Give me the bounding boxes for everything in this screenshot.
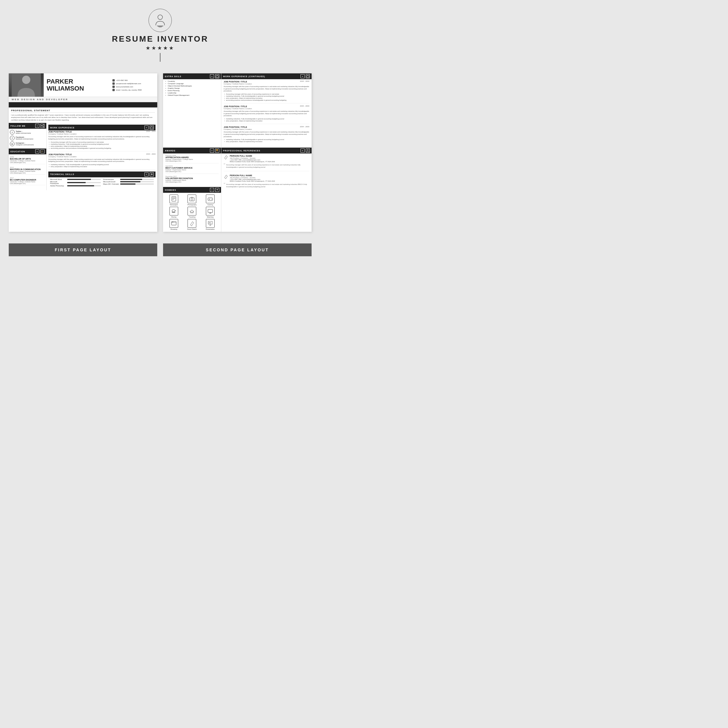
hobby-newspaper: Newspaper <box>165 194 182 206</box>
hobby-boxing: Boxing <box>165 207 182 218</box>
extra-skill-global: Global Project Management <box>165 94 219 96</box>
ref1-quote: Accounting manager with five years of ac… <box>226 164 309 168</box>
work-exp-cont-header: WORK EXPERIENCE (CONTINUED) ≡ <box>221 73 312 79</box>
svg-line-41 <box>190 225 191 225</box>
svg-point-20 <box>191 199 193 200</box>
ref1-address: 89913 Gottlieb Forks Suite 588 Schadenpo… <box>230 161 275 162</box>
work-exp-cont-content: JOB POSITION / TITLE Company / Institute… <box>221 79 312 147</box>
extra-skill-event: Event Planning <box>165 90 219 92</box>
ref1-name: PERSON FULL NAME <box>230 154 275 157</box>
person-name-line2: WILIAMSON <box>47 85 108 92</box>
bottom-labels: FIRST PAGE LAYOUT SECOND PAGE LAYOUT <box>0 238 320 262</box>
education-header: EDUCATION ≡ 🎓 <box>9 148 46 154</box>
references-panel: PROFESSIONAL REFERENCES ≡ <box>221 148 312 232</box>
awards-header: AWARDS ≡ 🏆 <box>163 148 221 153</box>
menu-icon-9: ≡ <box>301 148 304 153</box>
page1-sidebar: FOLLOW ME ≡ t Twitter : twitter.com/user… <box>9 123 47 190</box>
second-page-label: SECOND PAGE LAYOUT <box>163 243 312 256</box>
name-area: PARKER WILIAMSON <box>44 73 111 97</box>
briefcase-icon-2 <box>306 74 310 78</box>
follow-me-content: t Twitter : twitter.com/username f Faceb… <box>9 129 46 148</box>
svg-point-39 <box>173 222 173 222</box>
email-icon <box>112 83 115 85</box>
tech-skills-icons: ≡ ⚙ <box>144 172 154 176</box>
skill-powerpoint: Microsoft Powerpoint <box>50 181 101 184</box>
skill-dreamweaver: Dreamweaver <box>103 179 154 180</box>
menu-icon-7: ≡ <box>210 148 214 153</box>
ref2-address: 89913 Gottlieb Forks Suite 588 Schadenpo… <box>230 180 275 182</box>
extra-skill-leadership: Leadership <box>165 92 219 94</box>
hobbies-content: Newspaper Photography Gami <box>163 193 221 232</box>
hobby-traveling: Traveling <box>184 207 200 218</box>
references-icons: ≡ <box>301 148 310 153</box>
menu-icon: ≡ <box>35 124 39 128</box>
resume-page-1: PARKER WILIAMSON +123 4567 893 yourperso… <box>9 73 157 232</box>
svg-rect-27 <box>172 210 175 212</box>
person-icon <box>306 148 310 153</box>
svg-point-48 <box>307 149 308 151</box>
svg-point-6 <box>22 76 30 84</box>
tech-skills-content: Microsoft Word Microsoft Powerpoint Adob… <box>48 177 156 188</box>
skill-word: Microsoft Word <box>50 179 101 180</box>
hobby-watching: Watching <box>202 207 219 218</box>
tech-skills-header: TECHNICAL SKILLS ≡ ⚙ <box>48 171 156 177</box>
ref2-quote: Accounting manager with five years of ac… <box>226 183 309 188</box>
main-content: PARKER WILIAMSON +123 4567 893 yourperso… <box>0 67 320 238</box>
ref1-pencil-icon <box>224 154 228 159</box>
cont-job-2: JOB POSITION / TITLE Company / Institute… <box>224 105 309 124</box>
svg-line-11 <box>42 126 43 127</box>
svg-rect-21 <box>208 198 213 200</box>
award-1: February 2008 APPRECIATION AWARD Institu… <box>165 154 219 164</box>
hobby-gaming: Gaming <box>202 194 219 206</box>
svg-rect-19 <box>190 198 194 201</box>
menu-icon-5: ≡ <box>210 74 214 78</box>
hobbies-header: HOBBIES ≡ ✈ <box>163 187 221 193</box>
education-icons: ≡ 🎓 <box>35 149 44 153</box>
phone-text: +123 4567 893 <box>116 80 127 81</box>
svg-rect-30 <box>172 212 175 213</box>
plane-icon: ✈ <box>215 188 219 192</box>
person-name-line1: PARKER <box>47 78 108 85</box>
job-item-2: JOB POSITION / TITLE Company / Institute… <box>48 153 156 170</box>
references-header: PROFESSIONAL REFERENCES ≡ <box>221 148 312 153</box>
website-row: www.yourwebsite.com <box>112 86 156 88</box>
work-exp-title: WORK EXPERIENCE <box>50 127 75 129</box>
page1-body: FOLLOW ME ≡ t Twitter : twitter.com/user… <box>9 123 157 190</box>
awards-title: AWARDS <box>165 150 176 152</box>
references-title: PROFESSIONAL REFERENCES <box>223 150 260 152</box>
address-icon <box>112 89 115 91</box>
hobbies-icons: ≡ ✈ <box>210 188 219 192</box>
svg-rect-13 <box>216 76 219 78</box>
awards-content: February 2008 APPRECIATION AWARD Institu… <box>163 153 221 187</box>
website-icon <box>112 86 115 88</box>
menu-icon-8: ≡ <box>210 188 214 192</box>
hobbies-grid: Newspaper Photography Gami <box>165 194 219 230</box>
website-text: www.yourwebsite.com <box>116 86 133 88</box>
skill-maya: Maya (3D / Animate) <box>103 183 154 185</box>
extra-skill-oop: Object-Oriented Methodologies <box>165 85 219 87</box>
twitter-icon: t <box>10 130 15 135</box>
decorative-banner <box>9 102 157 107</box>
job-title-bar: WEB DESIGN AND DEVELOPER <box>9 97 157 102</box>
references-content: PERSON FULL NAME Job Position | Company … <box>221 153 312 189</box>
follow-me-icons: ≡ <box>35 124 44 128</box>
hobby-browsing: Browsing <box>165 219 182 230</box>
svg-rect-14 <box>307 76 309 78</box>
quote-mark-1: " <box>224 164 225 167</box>
extra-skills-title: EXTRA SKILS <box>165 75 181 78</box>
svg-rect-15 <box>172 197 176 201</box>
job-item-1: JOB POSITION / TITLE Company / Institute… <box>48 130 156 151</box>
svg-point-0 <box>158 15 162 20</box>
quote-mark-2: " <box>224 183 225 187</box>
svg-point-38 <box>172 222 173 222</box>
address-text: street / country, zip, country 4568 <box>116 89 142 91</box>
svg-rect-12 <box>151 127 153 129</box>
graduation-icon: 🎓 <box>40 149 44 153</box>
svg-point-26 <box>211 199 212 200</box>
instagram-text: Instagram : instagram.com/username <box>16 142 34 145</box>
cont-job-3: JOB POSITION / TITLE Company / Institute… <box>224 126 309 144</box>
professional-statement-title: PROFESSIONAL STATEMENT <box>11 109 155 113</box>
address-row: street / country, zip, country 4568 <box>112 89 156 91</box>
skills-right-col: Dreamweaver Microsoft Excell Maya (3D / … <box>103 179 154 187</box>
facebook-icon: f <box>10 136 15 140</box>
